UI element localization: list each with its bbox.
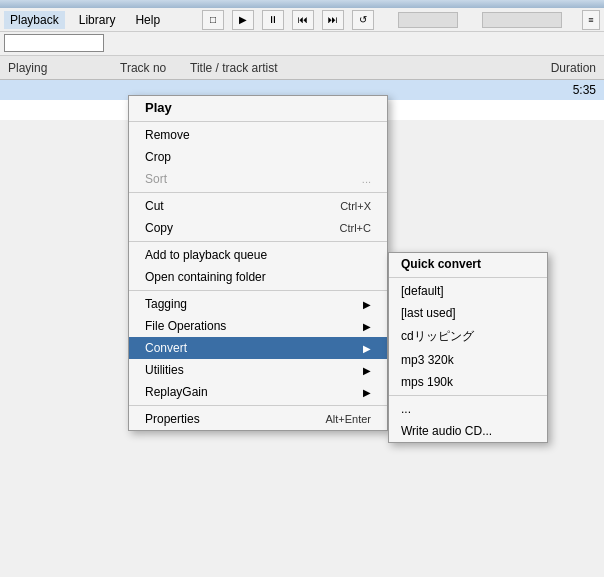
track-duration: 5:35: [524, 83, 604, 97]
menu-help[interactable]: Help: [129, 11, 166, 29]
search-input[interactable]: [4, 34, 104, 52]
sub-quick-convert-label: Quick convert: [401, 257, 481, 271]
toolbar-next[interactable]: ⏭: [322, 10, 344, 30]
ctx-file-ops[interactable]: File Operations ▶: [129, 315, 387, 337]
sub-cd-rip-label: cdリッピング: [401, 328, 474, 345]
ctx-replaygain-arrow: ▶: [363, 387, 371, 398]
ctx-remove[interactable]: Remove: [129, 124, 387, 146]
ctx-cut-label: Cut: [145, 199, 164, 213]
ctx-sep-4: [129, 290, 387, 291]
toolbar-stop[interactable]: □: [202, 10, 224, 30]
ctx-sort-label: Sort: [145, 172, 167, 186]
sub-ellipsis-label: ...: [401, 402, 411, 416]
ctx-convert[interactable]: Convert ▶: [129, 337, 387, 359]
ctx-open-folder[interactable]: Open containing folder: [129, 266, 387, 288]
sub-last-used[interactable]: [last used]: [389, 302, 547, 324]
volume-slider[interactable]: [398, 12, 458, 28]
sub-last-used-label: [last used]: [401, 306, 456, 320]
sub-mp3-320-label: mp3 320k: [401, 353, 454, 367]
sub-write-cd-label: Write audio CD...: [401, 424, 492, 438]
ctx-file-ops-arrow: ▶: [363, 321, 371, 332]
sub-default[interactable]: [default]: [389, 280, 547, 302]
ctx-copy-shortcut: Ctrl+C: [340, 222, 371, 234]
ctx-copy-label: Copy: [145, 221, 173, 235]
sub-sep-1: [389, 277, 547, 278]
ctx-remove-label: Remove: [145, 128, 190, 142]
ctx-add-queue-label: Add to playback queue: [145, 248, 267, 262]
ctx-tagging[interactable]: Tagging ▶: [129, 293, 387, 315]
ctx-file-ops-label: File Operations: [145, 319, 226, 333]
ctx-convert-label: Convert: [145, 341, 187, 355]
col-title-header[interactable]: Title / track artist: [190, 61, 524, 75]
ctx-cut[interactable]: Cut Ctrl+X: [129, 195, 387, 217]
sub-ellipsis[interactable]: ...: [389, 398, 547, 420]
sub-default-label: [default]: [401, 284, 444, 298]
ctx-properties-shortcut: Alt+Enter: [325, 413, 371, 425]
toolbar-prev[interactable]: ⏮: [292, 10, 314, 30]
ctx-sep-3: [129, 241, 387, 242]
sub-cd-rip[interactable]: cdリッピング: [389, 324, 547, 349]
ctx-sep-1: [129, 121, 387, 122]
ctx-replaygain-label: ReplayGain: [145, 385, 208, 399]
ctx-sep-2: [129, 192, 387, 193]
ctx-utilities-label: Utilities: [145, 363, 184, 377]
toolbar-extra[interactable]: ≡: [582, 10, 600, 30]
ctx-tagging-arrow: ▶: [363, 299, 371, 310]
menu-bar: Playback Library Help □ ▶ ⏸ ⏮ ⏭ ↺ ≡: [0, 8, 604, 32]
sub-mps-190[interactable]: mps 190k: [389, 371, 547, 393]
toolbar-pause[interactable]: ⏸: [262, 10, 284, 30]
search-bar: [0, 32, 604, 56]
ctx-sort-shortcut: ...: [362, 173, 371, 185]
ctx-sep-5: [129, 405, 387, 406]
title-bar: [0, 0, 604, 8]
col-duration-header[interactable]: Duration: [524, 61, 604, 75]
col-trackno-header[interactable]: Track no: [120, 61, 190, 75]
toolbar-repeat[interactable]: ↺: [352, 10, 374, 30]
ctx-cut-shortcut: Ctrl+X: [340, 200, 371, 212]
ctx-replaygain[interactable]: ReplayGain ▶: [129, 381, 387, 403]
sub-write-cd[interactable]: Write audio CD...: [389, 420, 547, 442]
menu-playback[interactable]: Playback: [4, 11, 65, 29]
ctx-copy[interactable]: Copy Ctrl+C: [129, 217, 387, 239]
convert-submenu: Quick convert [default] [last used] cdリッ…: [388, 252, 548, 443]
ctx-crop-label: Crop: [145, 150, 171, 164]
ctx-open-folder-label: Open containing folder: [145, 270, 266, 284]
ctx-utilities-arrow: ▶: [363, 365, 371, 376]
ctx-properties-label: Properties: [145, 412, 200, 426]
sub-mp3-320[interactable]: mp3 320k: [389, 349, 547, 371]
ctx-sort: Sort ...: [129, 168, 387, 190]
seek-slider[interactable]: [482, 12, 562, 28]
toolbar-play[interactable]: ▶: [232, 10, 254, 30]
sub-sep-2: [389, 395, 547, 396]
column-headers: Playing Track no Title / track artist Du…: [0, 56, 604, 80]
ctx-play-label: Play: [145, 100, 172, 115]
sub-quick-convert[interactable]: Quick convert: [389, 253, 547, 275]
menu-library[interactable]: Library: [73, 11, 122, 29]
ctx-convert-arrow: ▶: [363, 343, 371, 354]
ctx-add-queue[interactable]: Add to playback queue: [129, 244, 387, 266]
ctx-crop[interactable]: Crop: [129, 146, 387, 168]
ctx-tagging-label: Tagging: [145, 297, 187, 311]
ctx-utilities[interactable]: Utilities ▶: [129, 359, 387, 381]
ctx-play[interactable]: Play: [129, 96, 387, 119]
context-menu: Play Remove Crop Sort ... Cut Ctrl+X Cop…: [128, 95, 388, 431]
col-playing-header[interactable]: Playing: [0, 61, 120, 75]
sub-mps-190-label: mps 190k: [401, 375, 453, 389]
ctx-properties[interactable]: Properties Alt+Enter: [129, 408, 387, 430]
